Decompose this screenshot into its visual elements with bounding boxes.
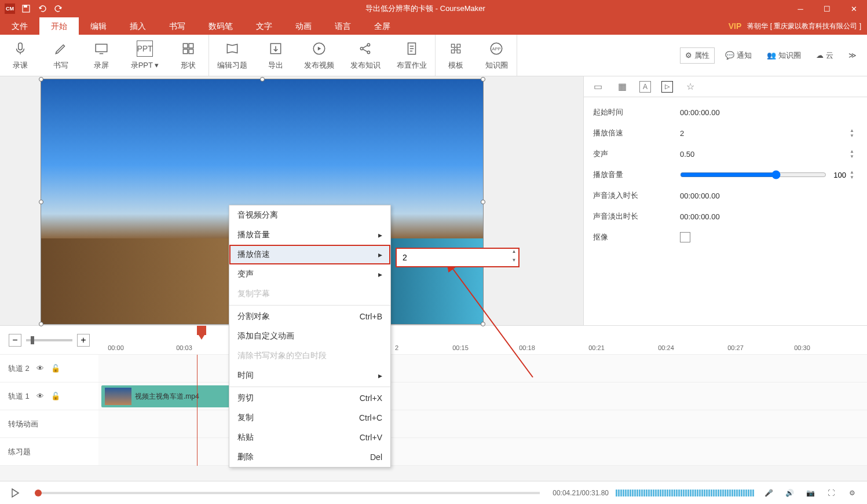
screencap-button[interactable]: 录屏 — [81, 35, 122, 76]
speaker-icon[interactable]: 🔊 — [782, 486, 796, 500]
playhead-handle[interactable] — [197, 326, 206, 335]
ctx-time[interactable]: 时间▸ — [229, 366, 390, 385]
tab-anim[interactable]: 动画 — [284, 17, 323, 35]
prop-tab-grid-icon[interactable]: ▦ — [615, 80, 629, 94]
track-exercise[interactable]: 练习题 — [0, 438, 867, 466]
svg-rect-1 — [24, 5, 27, 8]
zoom-slider[interactable] — [26, 339, 72, 341]
export-button[interactable]: 导出 — [255, 35, 296, 76]
ctx-volume[interactable]: 播放音量▸ — [229, 225, 390, 245]
spin-down-icon[interactable]: ▼ — [850, 175, 858, 180]
circle-button[interactable]: 👥知识圈 — [762, 48, 806, 63]
maximize-icon[interactable]: ☐ — [814, 0, 840, 17]
edit-exercise-button[interactable]: 编辑习题 — [209, 35, 255, 76]
save-icon[interactable] — [21, 3, 31, 14]
tab-insert[interactable]: 插入 — [118, 17, 158, 35]
publish-knowledge-button[interactable]: 发布知识 — [342, 35, 389, 76]
time-ruler[interactable]: 00:00 00:03 2 00:15 00:18 00:21 00:24 00… — [98, 326, 867, 355]
volume-slider[interactable] — [680, 170, 826, 179]
seek-bar[interactable] — [35, 492, 540, 494]
track-label: 轨道 2 — [8, 363, 30, 374]
track-2[interactable]: 轨道 2👁🔓 — [0, 355, 867, 382]
prop-tab-play-icon[interactable]: ▷ — [661, 81, 673, 93]
record-button[interactable]: 录课 — [0, 35, 41, 76]
prop-speed[interactable]: 播放倍速2▲▼ — [584, 123, 867, 144]
tab-text[interactable]: 文字 — [244, 17, 284, 35]
close-icon[interactable]: ✕ — [840, 0, 867, 17]
spin-down-icon[interactable]: ▼ — [850, 133, 858, 138]
knowledge-circle-button[interactable]: APP知识圈 — [476, 35, 517, 76]
undo-icon[interactable] — [37, 3, 47, 14]
resize-handle[interactable] — [39, 322, 43, 326]
notify-button[interactable]: 💬通知 — [720, 48, 756, 63]
assign-homework-button[interactable]: 布置作业 — [389, 35, 435, 76]
speed-field[interactable] — [397, 253, 510, 262]
canvas-area[interactable]: 音视频分离 播放音量▸ 播放倍速▸ 变声▸ 复制字幕 分割对象Ctrl+B 添加… — [0, 76, 583, 325]
resize-handle[interactable] — [39, 200, 43, 204]
ctx-cut[interactable]: 剪切Ctrl+X — [229, 388, 390, 408]
tab-lang[interactable]: 语言 — [323, 17, 363, 35]
publish-video-button[interactable]: 发布视频 — [296, 35, 342, 76]
checkbox[interactable] — [680, 232, 690, 242]
tab-start[interactable]: 开始 — [39, 17, 79, 35]
template-button[interactable]: 模板 — [436, 35, 476, 76]
redo-icon[interactable] — [53, 3, 64, 14]
ctx-speed[interactable]: 播放倍速▸ — [229, 245, 390, 264]
prop-pitch[interactable]: 变声0.50▲▼ — [584, 144, 867, 164]
spin-up-icon[interactable]: ▲ — [850, 149, 858, 154]
record-ppt-button[interactable]: PPT录PPT ▾ — [122, 35, 168, 76]
speed-popup: ▲▼ — [396, 248, 520, 267]
ctx-copy[interactable]: 复制Ctrl+C — [229, 408, 390, 428]
playhead-line[interactable] — [197, 355, 197, 466]
resize-handle[interactable] — [481, 200, 485, 204]
seek-handle[interactable] — [35, 490, 42, 496]
ctx-custom-anim[interactable]: 添加自定义动画 — [229, 326, 390, 346]
expand-icon[interactable]: ⛶ — [824, 486, 838, 500]
timeline: − + 00:00 00:03 2 00:15 00:18 00:21 00:2… — [0, 325, 867, 466]
lock-icon[interactable]: 🔓 — [51, 364, 60, 373]
user-label[interactable]: 蒋朝华 [ 重庆蒙以教育科技有限公司 ] — [747, 21, 867, 31]
prop-matting[interactable]: 抠像 — [584, 227, 867, 248]
audio-meter — [616, 490, 755, 496]
resize-handle[interactable] — [260, 77, 265, 82]
tab-edit[interactable]: 编辑 — [79, 17, 118, 35]
tab-pen[interactable]: 数码笔 — [197, 17, 244, 35]
spin-up-icon[interactable]: ▲ — [510, 249, 518, 257]
ctx-av-split[interactable]: 音视频分离 — [229, 205, 390, 225]
zoom-out-button[interactable]: − — [9, 334, 21, 347]
track-transition[interactable]: 转场动画 — [0, 410, 867, 438]
resize-handle[interactable] — [39, 77, 43, 82]
spin-up-icon[interactable]: ▲ — [850, 128, 858, 133]
minimize-icon[interactable]: ─ — [787, 0, 814, 17]
lock-icon[interactable]: 🔓 — [51, 392, 60, 400]
resize-handle[interactable] — [481, 77, 485, 82]
cloud-button[interactable]: ☁云 — [811, 48, 838, 63]
spin-down-icon[interactable]: ▼ — [850, 154, 858, 159]
tab-fullscreen[interactable]: 全屏 — [363, 17, 402, 35]
prop-tab-star-icon[interactable]: ☆ — [683, 80, 697, 94]
settings-icon[interactable]: ⚙ — [845, 486, 859, 500]
ctx-delete[interactable]: 删除Del — [229, 447, 390, 467]
properties-toggle[interactable]: ⚙属性 — [680, 47, 715, 64]
statusbar: 00:04.21/00:31.80 🎤 🔊 📷 ⛶ ⚙ — [0, 481, 867, 504]
prop-tab-layout-icon[interactable]: ▭ — [591, 80, 605, 94]
tab-file[interactable]: 文件 — [0, 17, 39, 35]
overflow-icon[interactable]: ≫ — [844, 49, 861, 62]
prop-volume[interactable]: 播放音量100▲▼ — [584, 164, 867, 185]
write-button[interactable]: 书写 — [41, 35, 81, 76]
zoom-in-button[interactable]: + — [77, 334, 90, 347]
prop-tab-text-icon[interactable]: A — [639, 81, 651, 93]
ctx-paste[interactable]: 粘贴Ctrl+V — [229, 428, 390, 447]
spin-down-icon[interactable]: ▼ — [510, 257, 518, 266]
camera-icon[interactable]: 📷 — [803, 486, 817, 500]
spin-up-icon[interactable]: ▲ — [850, 170, 858, 175]
ctx-pitch[interactable]: 变声▸ — [229, 264, 390, 284]
ctx-split[interactable]: 分割对象Ctrl+B — [229, 307, 390, 326]
mic-status-icon[interactable]: 🎤 — [762, 486, 775, 500]
eye-icon[interactable]: 👁 — [36, 392, 44, 400]
tab-write[interactable]: 书写 — [158, 17, 197, 35]
eye-icon[interactable]: 👁 — [36, 364, 44, 373]
play-icon[interactable] — [8, 486, 22, 500]
track-1[interactable]: 轨道 1👁🔓 视频主视角车道.mp4 — [0, 382, 867, 410]
shapes-button[interactable]: 形状 — [168, 35, 208, 76]
